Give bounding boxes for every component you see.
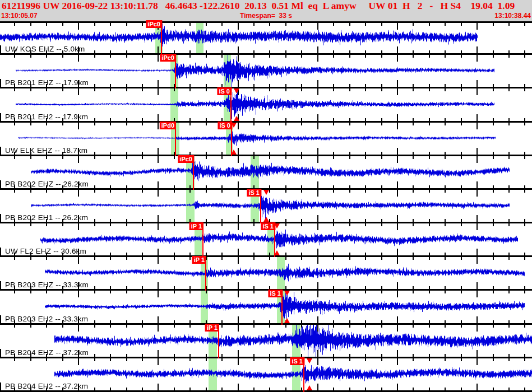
row-separator (0, 323, 532, 325)
trace-row[interactable]: PB B202 EH1 -- 26.2kmiS 1 (0, 190, 532, 223)
time-tick (110, 388, 111, 392)
pick-flag[interactable]: iS 1 (247, 189, 261, 197)
trace-row[interactable]: PB B201 EHZ -- 17.9kmiPc0 (0, 55, 532, 88)
trace-row[interactable]: PB B203 EH2 -- 33.3kmiS 1 (0, 291, 532, 324)
time-tick (429, 354, 430, 361)
time-tick (158, 114, 159, 129)
time-tick (397, 350, 398, 365)
time-tick (126, 388, 127, 392)
timespan-label: Timespan= 33 s (240, 12, 292, 20)
pick-flag[interactable]: iP 1 (205, 324, 219, 332)
time-tick (285, 219, 286, 226)
pick-flag[interactable]: iPc0 (178, 155, 194, 163)
time-tick (381, 354, 382, 361)
time-tick (269, 50, 270, 58)
trace-row[interactable]: UW FL2 EHZ -- 30.6kmiP 1iS 1 (0, 223, 532, 257)
amplitude-marker-up-icon[interactable] (231, 150, 237, 155)
pick-flag[interactable]: iS 0 (217, 87, 232, 95)
time-tick (333, 21, 334, 26)
trace-row[interactable]: PB B201 EH2 -- 17.9kmiS 0 (0, 88, 532, 122)
time-tick (253, 118, 255, 125)
time-tick (365, 286, 366, 293)
time-tick (158, 384, 159, 392)
time-tick (349, 286, 350, 293)
trace-row[interactable]: PB B202 EHZ -- 26.2kmiPc0 (0, 156, 532, 190)
amplitude-marker-up-icon[interactable] (263, 217, 269, 222)
time-tick (94, 84, 95, 91)
time-tick (189, 185, 191, 193)
time-tick (461, 185, 462, 193)
time-tick (349, 152, 350, 159)
time-tick (445, 320, 446, 328)
pick-flag[interactable]: iS 1 (261, 222, 275, 230)
time-tick (381, 152, 382, 159)
pick-flag[interactable]: iP 1 (192, 256, 206, 264)
pick-flag[interactable]: iS 0 (218, 122, 232, 129)
time-tick (238, 316, 239, 332)
time-tick (397, 215, 398, 230)
time-tick (174, 286, 175, 293)
event-header: 61211996 UW 2016-09-22 13:10:11.78 46.46… (0, 0, 532, 21)
time-tick (381, 118, 382, 125)
amplitude-marker-down-icon[interactable] (284, 291, 290, 296)
trace-row[interactable]: PB B203 EHZ -- 33.3kmiP 1 (0, 257, 532, 291)
time-tick (413, 253, 414, 260)
time-tick (413, 152, 414, 159)
window-start-time: 13:10:05.07 (1, 12, 38, 20)
pick-flag[interactable]: iS 1 (268, 290, 283, 297)
time-tick (142, 320, 143, 328)
time-tick (429, 118, 430, 125)
amplitude-marker-down-icon[interactable] (234, 88, 239, 94)
time-tick (189, 320, 191, 328)
time-tick (477, 21, 478, 30)
amplitude-marker-up-icon[interactable] (234, 116, 239, 121)
time-tick (445, 152, 446, 159)
trace-row[interactable]: UW KOS EHZ -- 5.0kmiPc0 (0, 21, 532, 55)
time-tick (413, 185, 414, 193)
time-tick (397, 384, 398, 392)
time-tick (174, 320, 175, 328)
pick-flag[interactable]: iPd0 (160, 122, 176, 129)
pick-flag[interactable]: iPc0 (160, 54, 176, 62)
amplitude-marker-down-icon[interactable] (263, 190, 269, 195)
time-tick (381, 388, 382, 392)
time-tick (253, 253, 255, 260)
time-tick (301, 219, 302, 226)
time-tick (493, 320, 494, 328)
amplitude-marker-up-icon[interactable] (274, 250, 280, 255)
pick-flag[interactable]: iP 1 (189, 222, 203, 230)
time-tick (397, 148, 398, 163)
time-tick (158, 350, 159, 365)
pick-flag[interactable]: iPc0 (146, 20, 162, 28)
trace-row[interactable]: UW ELK EHZ -- 18.7kmiPd0iS 0 (0, 123, 532, 156)
amplitude-marker-up-icon[interactable] (284, 318, 290, 323)
trace-row[interactable]: PB B204 EHZ -- 37.2kmiP 1 (0, 325, 532, 358)
trace-row[interactable]: PB B204 EH2 -- 37.2kmiS 1 (0, 358, 532, 392)
amplitude-marker-up-icon[interactable] (307, 385, 312, 390)
time-tick (333, 320, 334, 328)
time-tick (110, 320, 111, 328)
trace-panel[interactable]: UW KOS EHZ -- 5.0kmiPc0PB B201 EHZ -- 17… (0, 21, 532, 392)
time-tick (269, 84, 270, 91)
time-tick (142, 253, 143, 260)
time-tick (238, 46, 239, 62)
amplitude-marker-down-icon[interactable] (307, 358, 312, 363)
left-edge-tick (0, 281, 1, 291)
time-tick (285, 118, 286, 125)
pick-flag[interactable]: iS 1 (290, 357, 304, 365)
time-tick (110, 219, 111, 226)
time-tick (142, 354, 143, 361)
time-tick (206, 219, 207, 226)
time-tick (269, 21, 270, 26)
time-tick (349, 219, 350, 226)
time-tick (524, 21, 525, 26)
time-tick (301, 286, 302, 293)
row-separator (0, 155, 532, 156)
time-tick (333, 219, 334, 226)
time-tick (445, 219, 446, 226)
left-edge-tick (0, 79, 1, 88)
time-tick (445, 50, 446, 58)
row-separator (0, 53, 532, 55)
station-label: PB B202 EHZ -- 26.2km (5, 180, 89, 188)
left-edge-tick (0, 382, 1, 392)
